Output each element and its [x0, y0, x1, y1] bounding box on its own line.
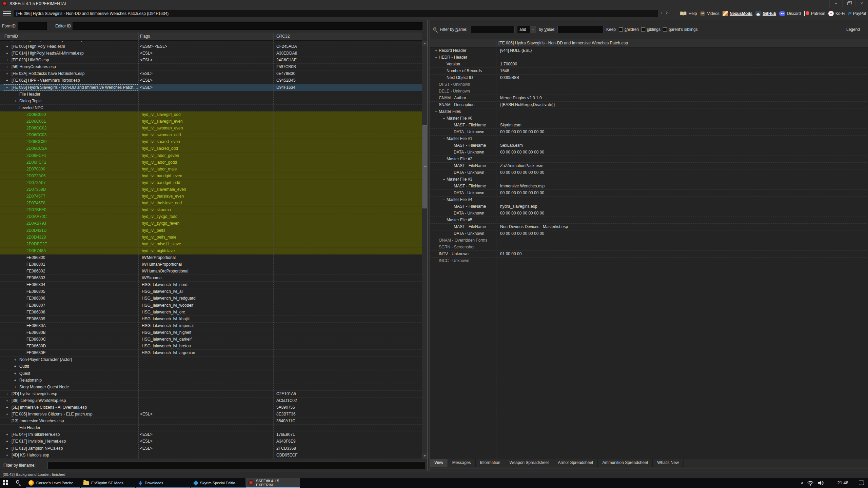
tree-row-record[interactable]: FE086808HSG_lalawench_lvl_orc [0, 309, 422, 316]
tree-expander[interactable]: − [442, 156, 446, 162]
record-row[interactable]: DATA - Unknown00 00 00 00 00 00 00 00 [430, 149, 868, 156]
tree-expander[interactable]: + [13, 384, 18, 390]
column-formid[interactable]: FormID [4, 33, 18, 40]
tab-weapon-spreadsheet[interactable]: Weapon Spreadsheet [505, 459, 554, 467]
tree-row-record[interactable]: 2D0D431Dhyd_lvl_pelfs [0, 227, 422, 234]
scroll-up-icon[interactable]: ▲ [422, 41, 428, 46]
record-row[interactable]: MAST - FileNameSexLab.esm [430, 142, 868, 149]
tree-row-record[interactable]: 2D0AB793hyd_lvl_zyxgd_feven [0, 220, 422, 227]
tree-expander[interactable]: − [442, 136, 446, 142]
filter-name-input[interactable] [471, 26, 515, 33]
wifi-icon[interactable] [807, 480, 814, 487]
tree-expander[interactable]: − [13, 105, 18, 111]
tree-expander[interactable]: + [5, 43, 9, 50]
panel-splitter[interactable] [428, 20, 430, 471]
filename-filter-input[interactable] [47, 461, 425, 469]
tree-row-plugin[interactable]: +[FE 01F] Invisible_Helmet.esp<ESL>A343F… [0, 438, 422, 445]
filter-operator-dropdown[interactable]: and ▼ [517, 26, 536, 33]
tree-row-record[interactable]: 2D06CC39hyd_lvl_sacred_even [0, 139, 422, 145]
record-row[interactable]: −Master File #4 [430, 197, 868, 203]
discord-link[interactable]: Discord [779, 11, 801, 16]
tree-row-record[interactable]: 2D06CC03hyd_lvl_swoman_odd [0, 132, 422, 139]
tree-row-plugin[interactable]: +[FE 04F] ImTalkinHere.esp<ESL>176E8071 [0, 431, 422, 438]
tree-row-record[interactable]: 2D0745F7hyd_lvl_thalslave_even [0, 193, 422, 200]
minimize-button[interactable]: – [829, 0, 842, 7]
tree-expander[interactable]: − [442, 176, 446, 183]
tree-expander[interactable]: + [5, 391, 9, 397]
tree-expander[interactable]: + [434, 47, 438, 54]
tree-row-record[interactable]: 2D06CC02hyd_lvl_swoman_even [0, 125, 422, 132]
record-row[interactable]: +Record Header[v44] NULL {ESL} [430, 47, 868, 54]
tree-expander[interactable]: − [442, 197, 446, 203]
tab-what-s-new[interactable]: What's New [653, 459, 684, 467]
record-row[interactable]: −Master File #0 [430, 115, 868, 122]
scrollbar-thumb[interactable] [422, 125, 427, 208]
tree-row-group[interactable]: +Non-Player Character (Actor) [0, 357, 422, 363]
tree-expander[interactable]: + [5, 77, 9, 84]
tree-expander[interactable]: + [5, 50, 9, 57]
record-row[interactable]: −Master File #3 [430, 176, 868, 183]
scroll-down-icon[interactable]: ▼ [422, 453, 428, 459]
tree-row-record[interactable]: 2D06FCF2hyd_lvl_labor_godd [0, 159, 422, 166]
tree-expander[interactable]: − [442, 217, 446, 223]
editorid-input[interactable] [73, 22, 422, 30]
tree-row-record[interactable]: 2D06C061hyd_lvl_slavegirl_even [0, 118, 422, 125]
tree-row-record[interactable]: FE086802IWHumanOrcProportional [0, 268, 422, 275]
windows-start-icon[interactable] [3, 480, 8, 485]
tree-row-record[interactable]: FE08680CHSG_lalawench_lvl_darkelf [0, 336, 422, 343]
tree-row-plugin[interactable]: +[FE 02A] HotChicks have HotSisters.esp<… [0, 70, 422, 77]
tree-row-record[interactable]: FE08680DHSG_lalawench_lvl_breton [0, 343, 422, 350]
record-row[interactable]: −HEDR - Header [430, 54, 868, 61]
tree-row-record[interactable]: FE086803IWSkooma [0, 275, 422, 282]
taskbar-button-folder[interactable]: E:\Skyrim SE Mods [81, 478, 135, 488]
tree-row-record[interactable]: FE086806HSG_lalawench_lvl_redguard [0, 295, 422, 302]
record-row[interactable]: INCC - Unknown [430, 258, 868, 264]
record-row[interactable]: MAST - FileNameZaZAnimationPack.esm [430, 163, 868, 169]
active-plugin-field[interactable]: [FE 086] Hydra Slavegirls - Non-DD and I… [14, 10, 658, 17]
tree-row-record[interactable]: 2D07358Dhyd_lvl_slavemale_even [0, 186, 422, 193]
tree-row-group[interactable]: +Story Manager Quest Node [0, 384, 422, 391]
tree-expander[interactable]: + [5, 70, 9, 77]
tree-expander[interactable]: + [5, 411, 9, 418]
taskbar-button-firefox[interactable]: Corsec's Lewd Patche... [26, 478, 80, 488]
tree-row-record[interactable]: FE086809HSG_lalawench_lvl_khajiit [0, 316, 422, 323]
tree-row-group[interactable]: +Dialog Topic [0, 98, 422, 105]
column-flags[interactable]: Flags [140, 33, 150, 40]
help-link[interactable]: Help [679, 11, 697, 16]
record-row[interactable]: MAST - FileNameImmersive Wenches.esp [430, 183, 868, 190]
tree-row-record[interactable]: 2D0E748Ahyd_lvl_bigtitslave [0, 248, 422, 255]
record-row[interactable]: DATA - Unknown00 00 00 00 00 00 00 00 [430, 210, 868, 217]
nav-back-icon[interactable]: ‹ [660, 9, 666, 16]
tree-row-record[interactable]: 2D0DBE2Ehyd_lvl_misc11_slave [0, 241, 422, 248]
videos-link[interactable]: GP Videos [700, 11, 719, 16]
tree-row-record[interactable]: FE086805HSG_lalawench_lvl_all [0, 288, 422, 295]
tree-expander[interactable]: + [13, 98, 18, 104]
tree-expander[interactable]: + [5, 398, 9, 404]
children-label[interactable]: children [625, 25, 639, 34]
record-row[interactable]: INTV - Unknown01 00 00 00 [430, 251, 868, 258]
tree-expander[interactable]: + [13, 357, 18, 363]
tab-view[interactable]: View [430, 459, 448, 467]
kofi-link[interactable]: ♥ Ko-Fi [828, 11, 845, 16]
tree-row-record[interactable]: FE08680BHSG_lalawench_lvl_highelf [0, 329, 422, 336]
record-row[interactable]: CNAM - AuthorMerge Plugins v2.3.1.0 [430, 95, 868, 102]
dropdown-arrow-icon[interactable]: ▼ [530, 26, 536, 33]
filter-value-input[interactable] [557, 26, 604, 33]
record-row[interactable]: MAST - FileNameSkyrim.esm [430, 122, 868, 129]
volume-icon[interactable] [818, 480, 825, 487]
formid-input[interactable] [18, 22, 47, 30]
tab-ammunition-spreadsheet[interactable]: Ammunition Spreadsheet [598, 459, 653, 467]
taskbar-button-skyrimse[interactable]: Skyrim Special Editio... [191, 478, 245, 488]
tree-row-group[interactable]: −Leveled NPC [0, 105, 422, 111]
tree-row-record[interactable]: 2D06CC3Ahyd_lvl_sacred_odd [0, 145, 422, 152]
record-row[interactable]: MAST - FileNameNon-Devious Devices - Mas… [430, 224, 868, 230]
tab-information[interactable]: Information [476, 459, 505, 467]
tree-expander[interactable]: + [5, 438, 9, 445]
action-center-icon[interactable] [859, 481, 864, 485]
record-row[interactable]: MAST - FileNamehydra_slavegirls.esp [430, 203, 868, 210]
tree-row-record[interactable]: FE086801IWHumanProportional [0, 261, 422, 268]
tree-row-plugin[interactable]: −[13] Immersive Wenches.esp3540A11C [0, 418, 422, 425]
tab-armor-spreadsheet[interactable]: Armor Spreadsheet [553, 459, 598, 467]
record-row[interactable]: OFST - Unknown [430, 81, 868, 88]
tree-row-group[interactable]: File Header [0, 425, 422, 431]
